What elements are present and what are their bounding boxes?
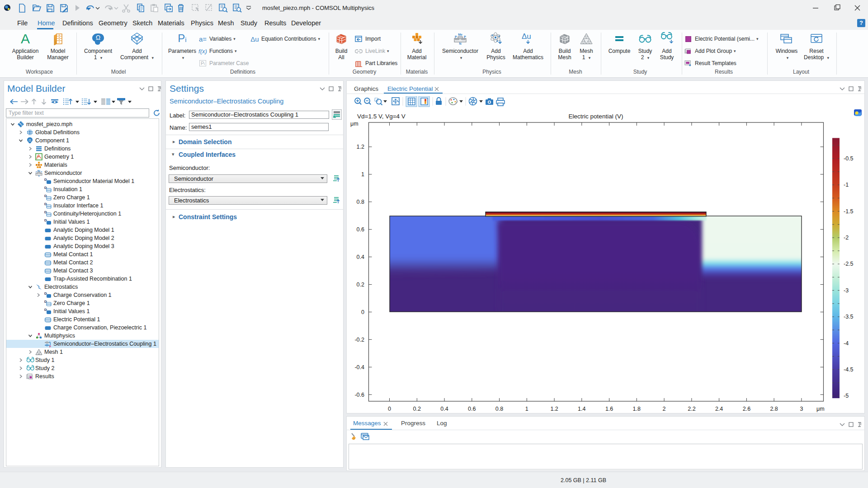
svg-text:μm: μm xyxy=(816,406,825,412)
svg-text:1: 1 xyxy=(361,171,364,178)
svg-text:Me: Me xyxy=(458,33,462,36)
svg-text:1.2: 1.2 xyxy=(550,406,558,412)
svg-text:-1: -1 xyxy=(844,182,849,188)
svg-text:Electric potential (V): Electric potential (V) xyxy=(569,113,623,120)
svg-text:Ω: Ω xyxy=(96,34,100,41)
svg-text:0.4: 0.4 xyxy=(440,406,448,412)
svg-text:1.8: 1.8 xyxy=(633,406,641,412)
svg-text:P: P xyxy=(49,345,51,347)
svg-text:P: P xyxy=(455,35,457,38)
svg-text:-4: -4 xyxy=(844,340,849,347)
svg-text:0.6: 0.6 xyxy=(468,406,476,412)
svg-text:1.4: 1.4 xyxy=(578,406,585,412)
svg-text:N: N xyxy=(459,42,461,45)
svg-text:2.4: 2.4 xyxy=(715,406,723,412)
svg-text:2.6: 2.6 xyxy=(743,406,750,412)
svg-text:-0.6: -0.6 xyxy=(354,392,364,398)
svg-text:1.6: 1.6 xyxy=(605,406,613,412)
svg-text:Vd=1.5 V, Vg=4 V: Vd=1.5 V, Vg=4 V xyxy=(357,113,406,120)
svg-text:0.8: 0.8 xyxy=(495,406,503,412)
svg-text:2.8: 2.8 xyxy=(770,406,778,412)
svg-text:0.8: 0.8 xyxy=(357,199,364,205)
svg-text:1.2: 1.2 xyxy=(357,144,364,150)
svg-text:-0.4: -0.4 xyxy=(354,364,364,371)
svg-text:0: 0 xyxy=(361,309,364,315)
svg-text:2: 2 xyxy=(663,406,666,412)
svg-text:0.4: 0.4 xyxy=(357,254,364,260)
svg-text:0.2: 0.2 xyxy=(357,282,364,288)
svg-text:0: 0 xyxy=(388,406,391,412)
svg-text:Me: Me xyxy=(38,170,41,172)
svg-text:3: 3 xyxy=(800,406,803,412)
svg-text:0.6: 0.6 xyxy=(357,226,364,233)
svg-text:Ω: Ω xyxy=(28,138,31,142)
svg-text:P: P xyxy=(464,35,466,38)
svg-text:-5: -5 xyxy=(844,393,849,399)
svg-text:-1.5: -1.5 xyxy=(844,208,854,215)
svg-text:0.2: 0.2 xyxy=(413,406,421,412)
svg-text:2.2: 2.2 xyxy=(688,406,695,412)
svg-text:-0.2: -0.2 xyxy=(354,337,364,343)
svg-text:-2: -2 xyxy=(844,235,849,241)
svg-text:N: N xyxy=(38,175,40,177)
svg-text:Δu: Δu xyxy=(522,32,531,41)
svg-text:P: P xyxy=(36,171,37,173)
svg-text:-4.5: -4.5 xyxy=(844,366,854,373)
svg-text:-3: -3 xyxy=(844,287,849,294)
svg-text:-0.5: -0.5 xyxy=(844,155,854,162)
svg-text:-2.5: -2.5 xyxy=(844,261,854,267)
svg-text:1: 1 xyxy=(525,406,528,412)
svg-text:P: P xyxy=(41,171,42,173)
svg-text:μm: μm xyxy=(350,121,359,127)
svg-text:-3.5: -3.5 xyxy=(844,314,854,320)
